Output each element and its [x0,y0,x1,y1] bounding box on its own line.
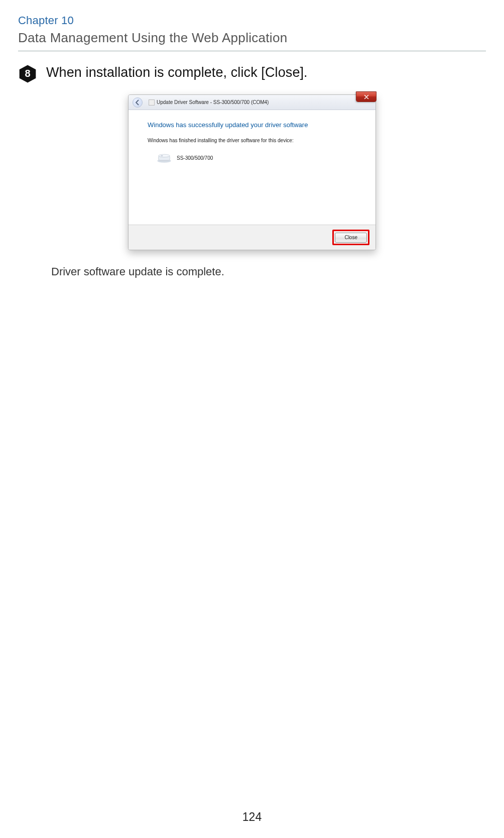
dialog-subtext: Windows has finished installing the driv… [148,138,361,143]
window-icon [149,99,155,106]
close-icon [363,94,369,100]
chapter-title: Data Management Using the Web Applicatio… [18,30,486,51]
document-page: Chapter 10 Data Management Using the Web… [0,0,504,838]
back-button[interactable] [133,97,143,108]
device-row: SS-300/500/700 [156,152,361,163]
dialog-window: Update Driver Software - SS-300/500/700 … [128,94,376,250]
dialog-titlebar: Update Driver Software - SS-300/500/700 … [129,95,375,110]
header-divider [18,51,486,51]
result-text: Driver software update is complete. [51,265,486,278]
svg-point-4 [161,155,163,156]
svg-point-3 [159,154,170,157]
arrow-left-icon [133,98,142,107]
chapter-label: Chapter 10 [18,14,486,27]
step-number-badge: 8 [18,64,37,83]
device-name: SS-300/500/700 [177,155,213,161]
close-button[interactable]: Close [335,233,367,243]
dialog-title: Update Driver Software - SS-300/500/700 … [157,99,269,105]
dialog-footer: Close [129,225,375,250]
dialog-body: Windows has successfully updated your dr… [129,110,375,225]
step-instruction: When installation is complete, click [Cl… [46,64,308,81]
device-icon [156,152,173,163]
step-row: 8 When installation is complete, click [… [18,64,486,83]
page-number: 124 [242,810,262,824]
window-close-button[interactable] [356,91,376,102]
step-number: 8 [25,68,30,79]
dialog-headline: Windows has successfully updated your dr… [148,121,361,129]
close-button-highlight: Close [332,230,369,245]
screenshot-container: Update Driver Software - SS-300/500/700 … [18,94,486,250]
